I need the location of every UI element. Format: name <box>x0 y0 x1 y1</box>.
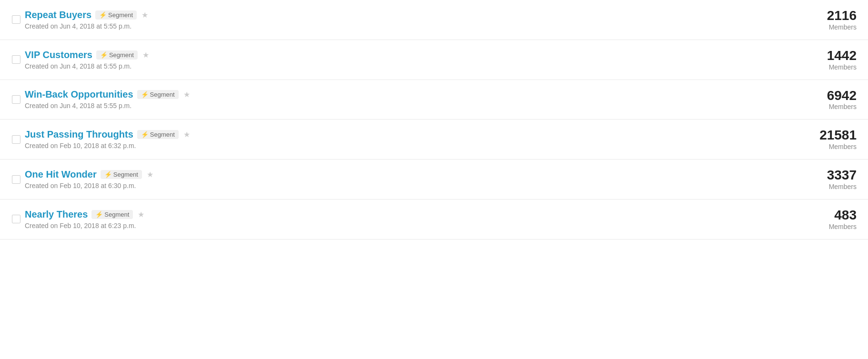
members-label-one-hit-wonder: Members <box>799 183 857 190</box>
members-col-nearly-theres: 483 Members <box>799 208 857 230</box>
checkbox-col-just-passing-throughts <box>8 135 25 144</box>
checkbox-just-passing-throughts[interactable] <box>12 135 20 144</box>
members-count-just-passing-throughts: 21581 <box>799 128 857 143</box>
members-col-repeat-buyers: 2116 Members <box>799 9 857 31</box>
bolt-icon-repeat-buyers: ⚡ <box>99 11 107 19</box>
list-item: Just Passing Throughts ⚡Segment ★ Create… <box>0 120 868 160</box>
checkbox-col-vip-customers <box>8 55 25 64</box>
name-row-repeat-buyers: Repeat Buyers ⚡Segment ★ <box>25 10 799 20</box>
members-label-repeat-buyers: Members <box>799 23 857 31</box>
members-col-just-passing-throughts: 21581 Members <box>799 128 857 150</box>
name-row-win-back-opportunities: Win-Back Opportunities ⚡Segment ★ <box>25 89 799 100</box>
segment-name-one-hit-wonder[interactable]: One Hit Wonder <box>25 169 97 180</box>
segment-badge-win-back-opportunities: ⚡Segment <box>137 90 179 99</box>
segment-name-win-back-opportunities[interactable]: Win-Back Opportunities <box>25 89 133 100</box>
name-row-vip-customers: VIP Customers ⚡Segment ★ <box>25 50 799 60</box>
info-col-win-back-opportunities: Win-Back Opportunities ⚡Segment ★ Create… <box>25 89 799 110</box>
name-row-just-passing-throughts: Just Passing Throughts ⚡Segment ★ <box>25 129 799 140</box>
bolt-icon-nearly-theres: ⚡ <box>95 211 103 218</box>
segment-badge-repeat-buyers: ⚡Segment <box>95 10 137 20</box>
members-count-repeat-buyers: 2116 <box>799 9 857 23</box>
members-label-nearly-theres: Members <box>799 223 857 230</box>
list-item: Repeat Buyers ⚡Segment ★ Created on Jun … <box>0 0 868 40</box>
info-col-repeat-buyers: Repeat Buyers ⚡Segment ★ Created on Jun … <box>25 10 799 30</box>
bolt-icon-one-hit-wonder: ⚡ <box>104 171 112 178</box>
created-date-nearly-theres: Created on Feb 10, 2018 at 6:23 p.m. <box>25 222 799 229</box>
created-date-vip-customers: Created on Jun 4, 2018 at 5:55 p.m. <box>25 62 799 70</box>
segment-badge-just-passing-throughts: ⚡Segment <box>137 130 179 139</box>
members-col-win-back-opportunities: 6942 Members <box>799 89 857 111</box>
checkbox-nearly-theres[interactable] <box>12 215 20 223</box>
checkbox-one-hit-wonder[interactable] <box>12 175 20 184</box>
checkbox-col-nearly-theres <box>8 215 25 223</box>
star-icon-win-back-opportunities[interactable]: ★ <box>183 90 190 99</box>
bolt-icon-just-passing-throughts: ⚡ <box>141 131 149 138</box>
members-label-win-back-opportunities: Members <box>799 103 857 110</box>
created-date-one-hit-wonder: Created on Feb 10, 2018 at 6:30 p.m. <box>25 182 799 189</box>
checkbox-vip-customers[interactable] <box>12 55 20 64</box>
created-date-just-passing-throughts: Created on Feb 10, 2018 at 6:32 p.m. <box>25 142 799 150</box>
star-icon-nearly-theres[interactable]: ★ <box>138 210 144 219</box>
star-icon-just-passing-throughts[interactable]: ★ <box>183 130 190 139</box>
list-item: Nearly Theres ⚡Segment ★ Created on Feb … <box>0 199 868 239</box>
members-count-nearly-theres: 483 <box>799 208 857 223</box>
checkbox-col-one-hit-wonder <box>8 175 25 184</box>
info-col-just-passing-throughts: Just Passing Throughts ⚡Segment ★ Create… <box>25 129 799 150</box>
segment-name-repeat-buyers[interactable]: Repeat Buyers <box>25 10 91 20</box>
members-count-vip-customers: 1442 <box>799 49 857 63</box>
segment-badge-vip-customers: ⚡Segment <box>96 50 138 60</box>
members-label-just-passing-throughts: Members <box>799 143 857 150</box>
members-col-one-hit-wonder: 3337 Members <box>799 168 857 190</box>
segment-name-nearly-theres[interactable]: Nearly Theres <box>25 209 88 220</box>
name-row-one-hit-wonder: One Hit Wonder ⚡Segment ★ <box>25 169 799 180</box>
info-col-nearly-theres: Nearly Theres ⚡Segment ★ Created on Feb … <box>25 209 799 229</box>
info-col-one-hit-wonder: One Hit Wonder ⚡Segment ★ Created on Feb… <box>25 169 799 189</box>
bolt-icon-vip-customers: ⚡ <box>100 51 108 59</box>
segments-list: Repeat Buyers ⚡Segment ★ Created on Jun … <box>0 0 868 239</box>
list-item: VIP Customers ⚡Segment ★ Created on Jun … <box>0 40 868 80</box>
members-label-vip-customers: Members <box>799 63 857 71</box>
name-row-nearly-theres: Nearly Theres ⚡Segment ★ <box>25 209 799 220</box>
checkbox-win-back-opportunities[interactable] <box>12 95 20 104</box>
star-icon-vip-customers[interactable]: ★ <box>142 50 149 60</box>
list-item: Win-Back Opportunities ⚡Segment ★ Create… <box>0 80 868 120</box>
info-col-vip-customers: VIP Customers ⚡Segment ★ Created on Jun … <box>25 50 799 70</box>
bolt-icon-win-back-opportunities: ⚡ <box>141 91 149 98</box>
segment-name-just-passing-throughts[interactable]: Just Passing Throughts <box>25 129 133 140</box>
segment-badge-nearly-theres: ⚡Segment <box>91 210 133 219</box>
created-date-win-back-opportunities: Created on Jun 4, 2018 at 5:55 p.m. <box>25 102 799 110</box>
checkbox-col-win-back-opportunities <box>8 95 25 104</box>
checkbox-repeat-buyers[interactable] <box>12 15 20 24</box>
segment-badge-one-hit-wonder: ⚡Segment <box>101 170 142 179</box>
members-count-one-hit-wonder: 3337 <box>799 168 857 183</box>
checkbox-col-repeat-buyers <box>8 15 25 24</box>
star-icon-repeat-buyers[interactable]: ★ <box>141 10 148 20</box>
star-icon-one-hit-wonder[interactable]: ★ <box>147 170 153 179</box>
members-col-vip-customers: 1442 Members <box>799 49 857 71</box>
created-date-repeat-buyers: Created on Jun 4, 2018 at 5:55 p.m. <box>25 22 799 30</box>
members-count-win-back-opportunities: 6942 <box>799 89 857 103</box>
segment-name-vip-customers[interactable]: VIP Customers <box>25 50 92 60</box>
list-item: One Hit Wonder ⚡Segment ★ Created on Feb… <box>0 160 868 199</box>
